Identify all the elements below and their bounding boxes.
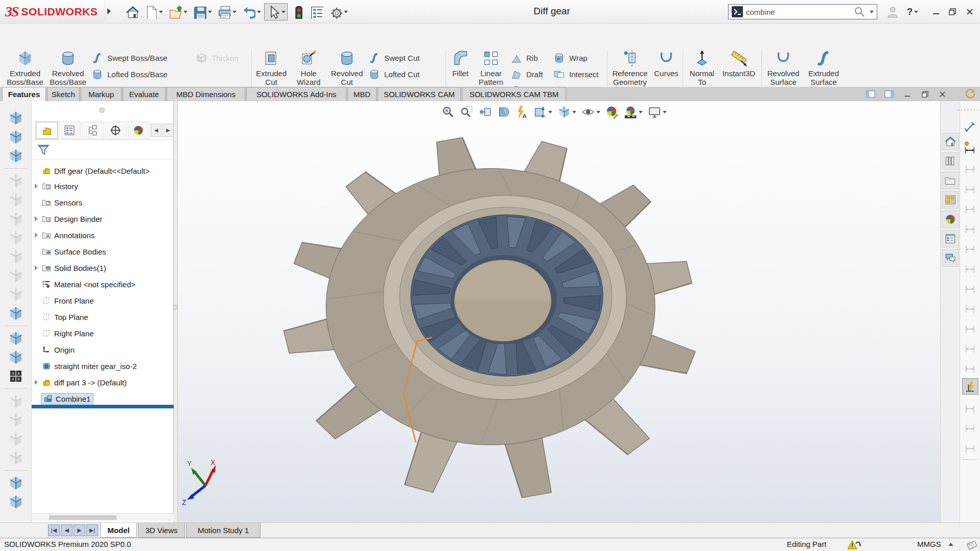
- tab-first-button[interactable]: |◀: [48, 524, 60, 536]
- performance-warning-icon[interactable]: !: [847, 539, 862, 550]
- tab-markup[interactable]: Markup: [81, 87, 122, 101]
- panel-tab-display-manager[interactable]: [128, 122, 150, 139]
- tree-filter-bar[interactable]: [32, 140, 174, 159]
- lofted-boss-base-button[interactable]: Lofted Boss/Base: [91, 66, 168, 82]
- dropdown-caret-icon[interactable]: [257, 11, 261, 13]
- tree-item-design-binder[interactable]: Design Binder: [32, 212, 102, 226]
- custom-properties-tab[interactable]: [942, 230, 959, 247]
- dynamic-annotation-views-button[interactable]: A: [513, 104, 530, 120]
- panel-collapse-handle[interactable]: [99, 107, 105, 113]
- search-box[interactable]: [728, 4, 877, 19]
- panel-tab-scroll-left-button[interactable]: ◀: [151, 124, 162, 137]
- appearances-scenes-tab[interactable]: [942, 211, 959, 228]
- panel-tab-scroll-right-button[interactable]: ▶: [162, 124, 174, 137]
- revolved-boss-base-button[interactable]: Revolved Boss/Base: [47, 49, 89, 86]
- rebuild-lights-button[interactable]: [289, 3, 307, 20]
- tab-next-button[interactable]: ▶: [74, 524, 85, 536]
- units-selector[interactable]: MMGS: [917, 540, 941, 548]
- tree-item-solid-bodies[interactable]: Solid Bodies(1): [32, 261, 106, 275]
- tab-solidworks-cam-tbm[interactable]: SOLIDWORKS CAM TBM: [462, 87, 566, 101]
- intersect-button[interactable]: Intersect: [553, 66, 599, 82]
- linear-pattern-button[interactable]: Linear Pattern: [474, 49, 508, 86]
- select-button[interactable]: [264, 3, 288, 20]
- tab-solidworks-add-ins[interactable]: SOLIDWORKS Add-Ins: [246, 87, 346, 101]
- tag-icon[interactable]: [966, 539, 978, 550]
- instant3d-button[interactable]: Instant3D: [719, 49, 758, 78]
- undo-button[interactable]: [240, 3, 263, 20]
- hide-show-items-button[interactable]: [531, 104, 554, 120]
- doc-minimize-button[interactable]: [901, 88, 914, 100]
- fillet-button[interactable]: Fillet: [448, 49, 473, 78]
- dropdown-caret-icon[interactable]: [344, 11, 348, 13]
- tree-root-item[interactable]: Diff gear (Default<<Default>: [32, 164, 150, 178]
- doc-tab-3d-views[interactable]: 3D Views: [138, 523, 185, 538]
- tree-item-diff-part-3[interactable]: diff part 3 -> (Default): [32, 375, 127, 389]
- tree-item-surface-bodies[interactable]: Surface Bodies: [32, 244, 106, 259]
- pattern-grid-tool-button[interactable]: [8, 369, 24, 384]
- curves-button[interactable]: Curves: [651, 49, 682, 78]
- reference-geometry-button[interactable]: Reference Geometry: [610, 49, 650, 86]
- minimize-button[interactable]: [929, 5, 943, 18]
- feature-tool-20-button[interactable]: [8, 494, 24, 510]
- expand-arrow-icon[interactable]: [35, 216, 38, 221]
- tab-features[interactable]: Features: [2, 87, 46, 101]
- section-view-button[interactable]: [495, 104, 512, 120]
- close-button[interactable]: [963, 5, 977, 18]
- search-input[interactable]: [746, 8, 851, 16]
- lofted-cut-button[interactable]: Lofted Cut: [368, 66, 419, 82]
- wrap-button[interactable]: Wrap: [553, 50, 588, 65]
- normal-to-button[interactable]: Normal To: [686, 49, 718, 86]
- help-dropdown-icon[interactable]: [914, 11, 918, 13]
- tab-mbd[interactable]: MBD: [347, 87, 377, 101]
- new-document-button[interactable]: [142, 3, 165, 20]
- expand-arrow-icon[interactable]: [35, 233, 38, 238]
- solidworks-resources-tab[interactable]: [942, 133, 959, 150]
- display-style-button[interactable]: [579, 104, 602, 120]
- tab-evaluate[interactable]: Evaluate: [123, 87, 166, 101]
- dropdown-caret-icon[interactable]: [572, 111, 576, 113]
- dropdown-caret-icon[interactable]: [639, 111, 643, 113]
- revolved-cut-button[interactable]: Revolved Cut: [329, 49, 365, 86]
- swept-cut-button[interactable]: Swept Cut: [368, 50, 419, 65]
- design-library-tab[interactable]: [942, 152, 959, 170]
- tab-last-button[interactable]: ▶|: [86, 524, 98, 536]
- home-button[interactable]: [123, 3, 141, 20]
- tree-item-combine1[interactable]: Combine1: [32, 392, 94, 406]
- doc-tab-motion-study-1[interactable]: Motion Study 1: [186, 523, 261, 538]
- tree-item-right-plane[interactable]: Right Plane: [32, 326, 94, 340]
- gear-model[interactable]: [178, 101, 940, 522]
- previous-view-button[interactable]: [476, 104, 494, 120]
- solidworks-forum-tab[interactable]: [942, 249, 959, 267]
- evaluate-list-button[interactable]: [308, 3, 325, 20]
- draft-button[interactable]: Draft: [510, 66, 543, 82]
- expand-arrow-icon[interactable]: [35, 380, 38, 385]
- extruded-boss-base-button[interactable]: Extruded Boss/Base: [4, 49, 46, 86]
- apply-scene-button[interactable]: [622, 104, 645, 120]
- units-dropdown-icon[interactable]: [948, 543, 953, 546]
- lofted-feature-tool-button[interactable]: [8, 148, 24, 164]
- feature-tool-19-button[interactable]: [8, 475, 24, 491]
- tab-sketch[interactable]: Sketch: [47, 87, 80, 101]
- open-button[interactable]: [166, 3, 190, 20]
- restore-button[interactable]: [945, 5, 960, 18]
- tree-item-sensors[interactable]: Sensors: [32, 195, 82, 210]
- dropdown-caret-icon[interactable]: [282, 11, 286, 13]
- tree-item-straight-miter-gear[interactable]: straight miter gear_iso-2: [32, 359, 137, 373]
- filter-funnel-icon[interactable]: [37, 143, 50, 156]
- doc-tab-model[interactable]: Model: [100, 523, 137, 538]
- menu-expand-icon[interactable]: [107, 7, 111, 16]
- edit-appearance-button[interactable]: [603, 104, 621, 120]
- doc-restore-button[interactable]: [919, 88, 931, 100]
- selected-item-highlight[interactable]: Combine1: [41, 393, 94, 404]
- splitter-handle[interactable]: [173, 305, 178, 310]
- pane-left-button[interactable]: [865, 88, 877, 100]
- tab-prev-button[interactable]: ◀: [61, 524, 73, 536]
- dropdown-caret-icon[interactable]: [208, 11, 212, 13]
- hole-wizard-button[interactable]: Hole Wizard: [290, 49, 327, 86]
- tree-item-annotations[interactable]: A Annotations: [32, 228, 95, 242]
- toolbar-drag-handle[interactable]: ^^^^^^^^: [958, 108, 980, 113]
- fullscreen-rotate-button[interactable]: [963, 88, 977, 100]
- rollback-bar[interactable]: [32, 405, 174, 408]
- swept-feature-tool-button[interactable]: [8, 110, 24, 126]
- dropdown-caret-icon[interactable]: [596, 111, 600, 113]
